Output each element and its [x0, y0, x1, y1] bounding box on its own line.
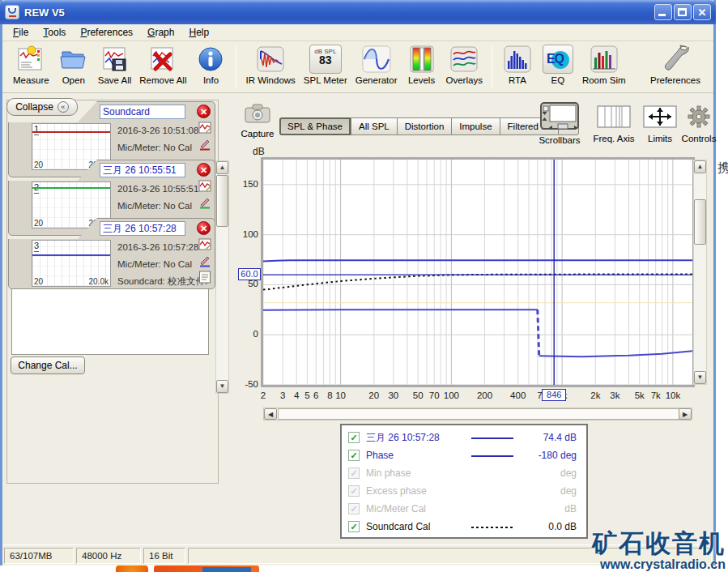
menu-file[interactable]: File — [6, 25, 36, 40]
graph-settings-icon[interactable] — [198, 180, 211, 193]
scrollbar-thumb[interactable] — [278, 408, 679, 420]
trace-color-pen-icon[interactable] — [198, 138, 211, 151]
measurement-name-input[interactable] — [100, 163, 185, 177]
measurements-scrollbar[interactable]: ▲ ▼ — [215, 160, 229, 394]
spl-meter-button[interactable]: dB SPL83 SPL Meter — [304, 44, 347, 85]
legend-row-excess-phase: ✓ Excess phase deg — [342, 482, 586, 500]
graph-settings-icon[interactable] — [198, 238, 211, 251]
measurement-name-input[interactable] — [100, 221, 185, 236]
menu-help[interactable]: Help — [181, 25, 216, 40]
limits-arrows-icon — [643, 105, 677, 128]
maximize-button[interactable] — [674, 4, 692, 20]
levels-button[interactable]: Levels — [406, 44, 438, 85]
desktop-background — [716, 0, 728, 572]
x-tick-label: 200 — [471, 391, 499, 400]
scroll-up-button[interactable]: ▲ — [694, 160, 706, 173]
java-app-icon — [5, 5, 19, 19]
main-toolbar: Measure Open Save All — [2, 41, 713, 93]
eq-button[interactable]: EQ EQ — [542, 44, 574, 85]
graph-horizontal-scrollbar[interactable]: ◀ ▶ — [263, 408, 692, 420]
measurement-mic-cal: Mic/Meter: No Cal — [117, 198, 208, 215]
measurement-notes-box[interactable] — [11, 286, 209, 355]
measure-button[interactable]: Measure — [13, 44, 49, 85]
sample-rate: 48000 Hz — [76, 548, 141, 564]
capture-button[interactable]: Capture — [240, 103, 275, 139]
measurement-date: 2016-3-26 10:57:28 — [117, 239, 208, 256]
scrollbar-thumb[interactable] — [216, 175, 228, 227]
overlays-button[interactable]: Overlays — [446, 44, 483, 85]
trace — [263, 260, 692, 261]
scroll-left-button[interactable]: ◀ — [264, 408, 277, 420]
freq-axis-button[interactable]: Freq. Axis — [590, 105, 637, 143]
minimize-button[interactable] — [654, 4, 672, 20]
rta-icon — [501, 44, 534, 75]
delete-measurement-button[interactable]: ✕ — [197, 221, 211, 235]
remove-all-icon — [147, 44, 179, 75]
menu-tools[interactable]: Tools — [36, 25, 73, 40]
y-tick-label: -50 — [236, 379, 258, 389]
info-button[interactable]: Info — [194, 44, 227, 85]
toolbar-separator — [236, 45, 236, 88]
trace-checkbox[interactable]: ✓ — [348, 521, 360, 532]
scroll-right-button[interactable]: ▶ — [679, 408, 692, 420]
trace-color-pen-icon[interactable] — [198, 196, 211, 209]
menu-preferences[interactable]: Preferences — [73, 25, 140, 40]
trace-checkbox[interactable]: ✓ — [348, 450, 360, 461]
notes-icon[interactable] — [198, 271, 211, 284]
legend-row-soundcard-cal: ✓ Soundcard Cal 0.0 dB — [342, 518, 586, 536]
controls-button[interactable]: Controls — [681, 105, 717, 143]
graph-vertical-scrollbar[interactable]: ▲ ▼ — [693, 160, 707, 385]
change-cal-button[interactable]: Change Cal... — [11, 356, 85, 374]
freq-axis-icon — [597, 105, 631, 128]
open-button[interactable]: Open — [57, 44, 90, 85]
info-icon — [194, 44, 227, 75]
delete-measurement-button[interactable]: ✕ — [197, 163, 211, 177]
tab-spl-phase[interactable]: SPL & Phase — [279, 117, 351, 135]
measurement-thumbnail: 3 20 20.0k — [32, 240, 111, 287]
menu-graph[interactable]: Graph — [140, 25, 181, 40]
tab-impulse[interactable]: Impulse — [451, 117, 499, 135]
measurement-date: 2016-3-26 10:55:51 — [117, 181, 208, 198]
spl-phase-plot[interactable] — [263, 160, 692, 385]
rta-button[interactable]: RTA — [501, 44, 534, 85]
tab-distortion[interactable]: Distortion — [397, 117, 452, 135]
tab-all-spl[interactable]: All SPL — [351, 117, 397, 135]
watermark-title: 矿石收音机 — [592, 530, 726, 557]
generator-button[interactable]: Generator — [355, 44, 398, 85]
y-axis-unit-label: dB — [253, 146, 265, 157]
spl-meter-icon: dB SPL83 — [309, 44, 342, 75]
remove-all-button[interactable]: Remove All — [139, 44, 186, 85]
collapse-panel-button[interactable]: Collapse « — [6, 98, 78, 116]
cursor-y-value: 60.0 — [238, 268, 261, 280]
measurement-mic-cal: Mic/Meter: No Cal — [117, 139, 198, 156]
scrollbars-icon — [540, 102, 579, 130]
cropped-text-fragment — [202, 567, 251, 572]
preferences-wrench-icon — [659, 44, 692, 75]
x-tick-label: 400 — [504, 391, 532, 400]
ir-windows-button[interactable]: IR Windows — [245, 44, 295, 85]
menu-bar: File Tools Preferences Graph Help — [2, 24, 713, 41]
scrollbar-thumb[interactable] — [694, 199, 706, 245]
delete-measurement-button[interactable]: ✕ — [197, 105, 211, 118]
desktop-partial-text: 携 — [717, 160, 728, 176]
save-all-button[interactable]: Save All — [98, 44, 132, 85]
graph-settings-icon[interactable] — [198, 122, 211, 134]
scroll-down-button[interactable]: ▼ — [216, 380, 228, 393]
preferences-button[interactable]: Preferences — [650, 44, 700, 85]
site-watermark: 矿石收音机 www.crystalradio.cn — [592, 530, 726, 572]
trace-checkbox[interactable]: ✓ — [348, 432, 360, 443]
legend-row-mic-cal: ✓ Mic/Meter Cal dB — [342, 500, 586, 518]
trace-color-pen-icon[interactable] — [198, 254, 211, 267]
scroll-up-button[interactable]: ▲ — [216, 161, 228, 174]
trace-checkbox-disabled: ✓ — [348, 485, 360, 497]
scrollbars-toggle-button[interactable]: Scrollbars — [534, 102, 585, 145]
measurement-name-input[interactable] — [100, 105, 185, 119]
window-title: REW V5 — [24, 6, 65, 19]
scroll-down-button[interactable]: ▼ — [694, 371, 706, 384]
trace-checkbox-disabled: ✓ — [348, 503, 360, 514]
close-button[interactable]: ✕ — [693, 4, 711, 20]
room-sim-button[interactable]: Room Sim — [582, 44, 626, 85]
limits-button[interactable]: Limits — [642, 105, 678, 143]
title-bar[interactable]: REW V5 ✕ — [0, 0, 716, 24]
legend-row-min-phase: ✓ Min phase deg — [342, 464, 586, 482]
